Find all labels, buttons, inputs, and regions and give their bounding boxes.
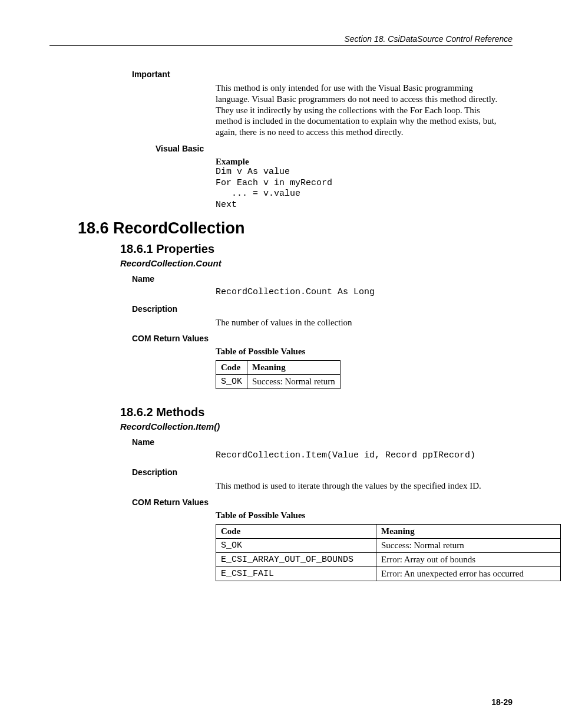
heading-methods: 18.6.2 Methods [120,406,513,419]
label-name: Name [132,274,513,284]
label-important: Important [132,70,513,79]
cell-code: E_CSI_FAIL [216,566,376,581]
label-description: Description [132,467,513,477]
member-item: RecordCollection.Item() [120,421,513,431]
text-important: This method is only intended for use wit… [216,83,507,138]
cell-meaning: Error: Array out of bounds [376,552,561,566]
heading-properties: 18.6.1 Properties [120,242,513,256]
code-item-name: RecordCollection.Item(Value id, Record p… [216,450,513,462]
cell-code: E_CSI_ARRAY_OUT_OF_BOUNDS [216,552,376,566]
code-count-name: RecordCollection.Count As Long [216,287,513,298]
label-com-return-values: COM Return Values [132,334,513,343]
table-item-values: Code Meaning S_OK Success: Normal return… [216,524,561,581]
th-meaning: Meaning [247,361,340,375]
code-example-vb: Dim v As value For Each v in myRecord ..… [216,167,513,211]
cell-meaning: Success: Normal return [376,538,561,552]
label-name: Name [132,437,513,447]
running-header: Section 18. CsiDataSource Control Refere… [49,34,513,46]
th-meaning: Meaning [376,524,561,538]
label-example: Example [216,157,513,167]
label-com-return-values: COM Return Values [132,498,513,507]
cell-meaning: Success: Normal return [247,375,340,389]
th-code: Code [216,524,376,538]
table-row: S_OK Success: Normal return [216,538,561,552]
page-number: 18-29 [491,697,513,707]
heading-recordcollection: 18.6 RecordCollection [78,219,513,238]
cell-code: S_OK [216,375,247,389]
table-caption-count: Table of Possible Values [216,347,513,357]
table-row: E_CSI_ARRAY_OUT_OF_BOUNDS Error: Array o… [216,552,561,566]
label-visual-basic: Visual Basic [156,144,513,153]
table-row: S_OK Success: Normal return [216,375,340,389]
text-count-description: The number of values in the collection [216,317,507,328]
label-description: Description [132,304,513,314]
table-header-row: Code Meaning [216,524,561,538]
table-row: E_CSI_FAIL Error: An unexpected error ha… [216,566,561,581]
page: Section 18. CsiDataSource Control Refere… [0,0,562,728]
table-header-row: Code Meaning [216,361,340,375]
text-item-description: This method is used to iterate through t… [216,480,507,492]
table-caption-item: Table of Possible Values [216,510,513,521]
th-code: Code [216,361,247,375]
table-count-values: Code Meaning S_OK Success: Normal return [216,360,340,389]
member-count: RecordCollection.Count [120,258,513,268]
cell-meaning: Error: An unexpected error has occurred [376,566,561,581]
cell-code: S_OK [216,538,376,552]
